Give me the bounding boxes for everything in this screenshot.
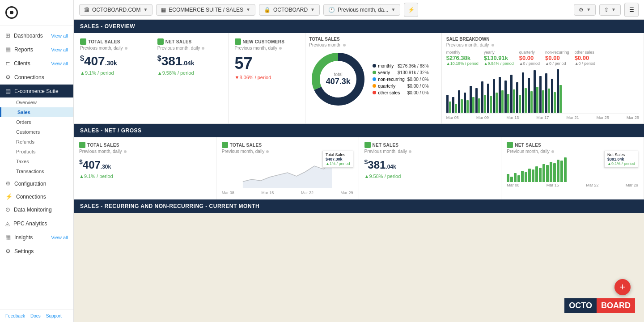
ng-net-chart-dot	[551, 150, 554, 153]
legend-item-othersales: other sales $0.00 / 0%	[373, 90, 428, 95]
total-sales-card: TOTAL SALES Previous month, daily $407.3…	[74, 33, 151, 123]
total-sales-label: TOTAL SALES	[80, 38, 144, 45]
main-content: 🏛 OCTOBOARD.COM ▼ ▦ ECOMMERCE SUITE / SA…	[74, 0, 644, 322]
sidebar-logo	[0, 0, 73, 25]
insights-view-all[interactable]: View all	[51, 235, 68, 240]
subnav-orders[interactable]: Orders	[0, 117, 73, 127]
sidebar-item-data-monitoring[interactable]: ⊙ Data Monitoring	[0, 203, 73, 216]
config-icon: ⚙	[5, 180, 11, 187]
subnav-transactions[interactable]: Transactions	[0, 166, 73, 176]
sidebar-item-label: Connections	[14, 74, 44, 80]
donut-label: TOTAL SALES	[309, 37, 438, 42]
refresh-button[interactable]: ⚡	[404, 3, 418, 17]
feedback-link[interactable]: Feedback	[5, 314, 25, 318]
account-caret: ▼	[310, 7, 315, 12]
sidebar-item-connections2[interactable]: ⚡ Connections	[0, 190, 73, 203]
donut-legend: monthly $276.36k / 68% yearly $130.91k /…	[373, 64, 428, 95]
bar-group-6	[475, 88, 480, 113]
suite-label: ECOMMERCE SUITE / SALES	[169, 7, 243, 13]
sidebar-item-ecommerce[interactable]: ▤ E-commerce Suite	[0, 85, 73, 97]
overview-cards-row: TOTAL SALES Previous month, daily $407.3…	[74, 33, 644, 124]
breakdown-sublabel: Previous month, daily	[446, 42, 639, 47]
subnav-customers[interactable]: Customers	[0, 127, 73, 137]
sidebar-item-ppc[interactable]: ◬ PPC Analytics	[0, 217, 73, 230]
bar-group-17	[539, 76, 544, 113]
account-selector[interactable]: 🔒 OCTOBOARD ▼	[259, 4, 320, 16]
dashboard: SALES - OVERVIEW TOTAL SALES Previous mo…	[74, 20, 644, 322]
bar-group-8	[487, 84, 492, 113]
breakdown-label: SALE BREAKDOWN	[446, 37, 639, 42]
sidebar-item-label: Data Monitoring	[14, 207, 52, 213]
bar-group-18	[545, 73, 550, 113]
settings-button[interactable]: ⚙ ▼	[574, 4, 596, 16]
donut-content: total 407.3k monthly $276.36k / 68% year…	[309, 50, 438, 108]
sidebar-item-clients[interactable]: ⊏ Clients View all	[0, 57, 73, 70]
subnav-sales[interactable]: Sales	[0, 107, 73, 117]
docs-link[interactable]: Docs	[30, 314, 41, 318]
sidebar-item-settings[interactable]: ⚙ Settings	[0, 245, 73, 258]
sidebar-footer: Feedback Docs Support	[0, 309, 73, 322]
bar-chart-xlabels: Mar 05 Mar 09 Mar 13 Mar 17 Mar 21 Mar 2…	[446, 115, 639, 120]
nav-section-clients: ⊏ Clients View all	[0, 57, 73, 70]
ng-net-sublabel: Previous month, daily	[364, 149, 496, 154]
menu-button[interactable]: ☰	[624, 3, 639, 17]
workspace-icon: 🏛	[84, 7, 89, 13]
period-selector[interactable]: 🕐 Previous month, da... ▼	[323, 4, 400, 16]
fab-button[interactable]: +	[614, 279, 631, 295]
breakdown-col-monthly: monthly $276.38k ▲10.18% / period	[446, 50, 479, 66]
reports-view-all[interactable]: View all	[51, 47, 68, 52]
ng-total-change: ▲9.1% / period	[79, 174, 211, 179]
share-button[interactable]: ⇧ ▼	[599, 4, 621, 16]
sidebar-item-dashboards[interactable]: ⊞ Dashboards View all	[0, 29, 73, 42]
sidebar-item-configuration[interactable]: ⚙ Configuration	[0, 177, 73, 190]
bar-group-5	[470, 86, 475, 113]
ng-total-chart-label: TOTAL SALES	[222, 142, 353, 148]
dashboards-view-all[interactable]: View all	[51, 33, 68, 38]
sublabel-dot2	[202, 47, 204, 50]
sublabel-dot	[125, 47, 127, 50]
nav-section-ecommerce: ▤ E-commerce Suite Overview Sales Orders…	[0, 85, 73, 176]
breakdown-col-othersales: other sales $0.00 ▲0 / period	[575, 50, 595, 66]
sidebar-item-connections[interactable]: ⚙ Connections	[0, 71, 73, 84]
logo-icon	[5, 6, 18, 19]
sidebar-item-label: Settings	[14, 248, 34, 254]
subnav-products[interactable]: Products	[0, 147, 73, 157]
nav-section-connections: ⚙ Connections	[0, 71, 73, 84]
ng-net-dot	[409, 150, 411, 153]
subnav-taxes[interactable]: Taxes	[0, 157, 73, 166]
ng-total-sales-card: TOTAL SALES Previous month, daily $407.3…	[74, 137, 216, 199]
nav-section-dashboards: ⊞ Dashboards View all	[0, 29, 73, 42]
ng-net-change: ▲9.58% / period	[364, 174, 496, 179]
donut-chart-card: TOTAL SALES Previous month total	[305, 33, 442, 123]
menu-icon: ☰	[629, 7, 634, 13]
suite-selector[interactable]: ▦ ECOMMERCE SUITE / SALES ▼	[156, 4, 255, 16]
ng-net-chart-label: NET SALES	[507, 142, 638, 148]
bar-group-11	[504, 80, 509, 113]
sidebar-item-label: Clients	[14, 60, 30, 67]
sidebar-item-insights[interactable]: ▦ Insights View all	[0, 231, 73, 244]
bar-group-19	[551, 79, 556, 113]
ng-net-value: $381.04k	[364, 157, 496, 172]
sidebar-item-label: Connections	[16, 194, 46, 200]
share-caret: ▼	[611, 7, 616, 12]
subnav-overview[interactable]: Overview	[0, 97, 73, 107]
workspace-caret: ▼	[143, 7, 148, 12]
period-caret: ▼	[391, 7, 395, 12]
sidebar-item-label: PPC Analytics	[13, 220, 47, 227]
workspace-selector[interactable]: 🏛 OCTOBOARD.COM ▼	[79, 4, 153, 16]
subnav-refunds[interactable]: Refunds	[0, 137, 73, 147]
ng-chart-tooltip: Total Sales $407.30k ▲1% / period	[322, 151, 353, 168]
period-icon: 🕐	[328, 7, 335, 13]
ng-total-sales-chart-card: TOTAL SALES Previous month, daily Total …	[216, 137, 359, 199]
legend-item-nonrecurring: non-recurring $0.00 / 0%	[373, 77, 428, 82]
new-customers-value: 57	[235, 54, 299, 73]
sidebar-item-reports[interactable]: ▤ Reports View all	[0, 43, 73, 56]
clients-view-all[interactable]: View all	[51, 61, 68, 66]
bar-group-20	[557, 69, 562, 113]
monitoring-icon: ⊙	[5, 206, 10, 213]
settings-icon: ⚙	[5, 248, 11, 254]
nav-section-insights: ▦ Insights View all	[0, 231, 73, 244]
ng-total-value: $407.30k	[79, 157, 211, 172]
support-link[interactable]: Support	[46, 314, 62, 318]
sublabel-dot3	[279, 47, 282, 50]
